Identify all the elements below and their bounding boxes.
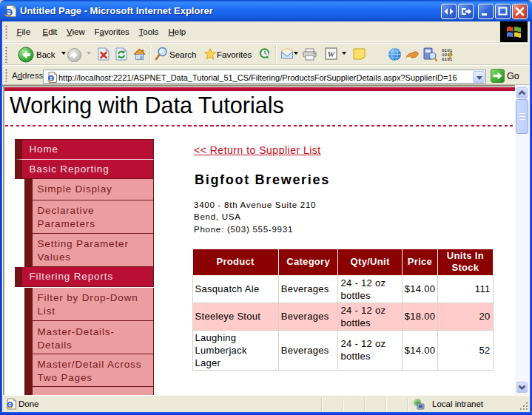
svg-text:W: W bbox=[328, 50, 336, 58]
svg-text:0101: 0101 bbox=[442, 57, 453, 61]
